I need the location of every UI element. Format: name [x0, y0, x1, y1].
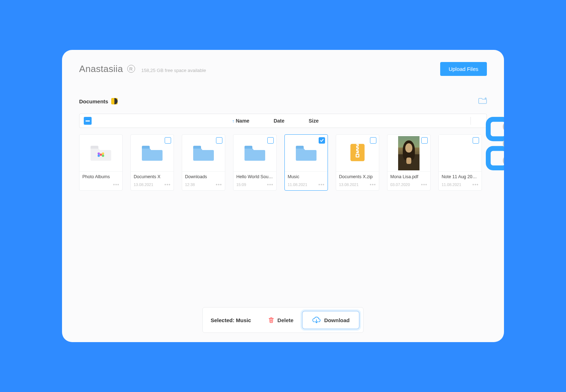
file-preview: [79, 135, 122, 172]
documents-logo-icon: [111, 98, 118, 104]
breadcrumb-row: Documents: [79, 97, 487, 106]
registered-badge-icon: R: [127, 65, 135, 73]
file-meta: •••: [82, 182, 119, 187]
sort-bar: ↑Name Date Size: [79, 114, 487, 128]
trash-icon: [268, 317, 274, 323]
file-meta: 13.08.2021•••: [339, 182, 376, 187]
file-tile[interactable]: Hello World Sour…15:09•••: [233, 134, 277, 191]
file-name: Downloads: [185, 174, 222, 179]
file-tile[interactable]: Music11.08.2021•••: [284, 134, 328, 191]
download-button[interactable]: Download: [302, 311, 360, 329]
selection-label: Selected: Music: [211, 317, 251, 323]
file-body: Documents X13.08.2021•••: [131, 172, 174, 190]
breadcrumb-label: Documents: [79, 98, 108, 104]
file-tile[interactable]: Downloads12:38•••: [182, 134, 225, 191]
file-preview: [233, 135, 276, 172]
select-checkbox[interactable]: [267, 137, 274, 144]
more-options-button[interactable]: •••: [216, 182, 222, 187]
grid-view-button[interactable]: [459, 117, 467, 125]
upload-files-button[interactable]: Upload Files: [440, 62, 487, 76]
file-date: 13.08.2021: [134, 182, 153, 187]
file-date: 15:09: [236, 182, 246, 187]
cloud-download-icon: [312, 316, 321, 324]
select-checkbox[interactable]: [370, 137, 376, 144]
device-name: Anastasiia R: [79, 63, 135, 74]
sort-by-size[interactable]: Size: [309, 118, 319, 124]
select-checkbox[interactable]: [421, 137, 428, 144]
new-folder-icon: [478, 97, 487, 104]
file-name: Documents X.zip: [339, 174, 376, 179]
file-meta: 15:09•••: [236, 182, 273, 187]
file-name: Music: [288, 174, 325, 179]
file-date: 03.07.2020: [390, 182, 410, 187]
more-options-button[interactable]: •••: [472, 182, 479, 187]
file-preview: [439, 135, 482, 172]
file-preview: [285, 135, 328, 172]
file-preview: [182, 135, 225, 172]
new-folder-button[interactable]: [478, 97, 487, 106]
file-meta: 13.08.2021•••: [134, 182, 171, 187]
more-options-button[interactable]: •••: [113, 182, 119, 187]
more-options-button[interactable]: •••: [370, 182, 376, 187]
file-meta: 11.08.2021•••: [442, 182, 479, 187]
file-name: Hello World Sour…: [236, 174, 273, 179]
select-checkbox[interactable]: [473, 137, 479, 144]
file-tile[interactable]: Photo Albums•••: [79, 134, 123, 191]
select-checkbox[interactable]: [165, 137, 171, 144]
file-grid: Photo Albums•••Documents X13.08.2021•••D…: [79, 134, 487, 191]
file-body: Documents X.zip13.08.2021•••: [336, 172, 379, 190]
file-date: 13.08.2021: [339, 182, 359, 187]
file-tile[interactable]: Documents X.zip13.08.2021•••: [336, 134, 379, 191]
sort-ascending-icon: ↑: [232, 118, 235, 124]
more-options-button[interactable]: •••: [318, 182, 325, 187]
select-checkbox[interactable]: [319, 137, 325, 144]
header-left: Anastasiia R 158,25 GB free space availa…: [79, 63, 206, 74]
separator: [470, 117, 471, 125]
file-tile[interactable]: Mona Lisa.pdf03.07.2020•••: [387, 134, 431, 191]
file-date: 11.08.2021: [288, 182, 307, 187]
app-window: Anastasiia R 158,25 GB free space availa…: [62, 50, 504, 342]
file-date: 11.08.2021: [442, 182, 461, 187]
select-checkbox[interactable]: [216, 137, 222, 144]
header: Anastasiia R 158,25 GB free space availa…: [79, 62, 487, 76]
file-meta: 11.08.2021•••: [288, 182, 325, 187]
file-meta: 12:38•••: [185, 182, 222, 187]
file-body: Hello World Sour…15:09•••: [233, 172, 276, 190]
delete-button[interactable]: Delete: [265, 314, 296, 326]
view-switcher: [459, 117, 482, 125]
file-body: Mona Lisa.pdf03.07.2020•••: [387, 172, 430, 190]
sort-by-name[interactable]: ↑Name: [232, 118, 249, 124]
file-tile[interactable]: Note 11 Aug 202…11.08.2021•••: [438, 134, 482, 191]
more-options-button[interactable]: •••: [267, 182, 273, 187]
file-body: Downloads12:38•••: [182, 172, 225, 190]
file-preview: [336, 135, 379, 172]
file-name: Photo Albums: [82, 174, 119, 179]
list-view-button[interactable]: [474, 117, 482, 125]
breadcrumb[interactable]: Documents: [79, 98, 118, 104]
selection-action-bar: Selected: Music Delete Download: [202, 307, 364, 333]
file-meta: 03.07.2020•••: [390, 182, 427, 187]
file-name: Note 11 Aug 202…: [442, 174, 479, 179]
file-preview: [131, 135, 174, 172]
free-space-label: 158,25 GB free space available: [142, 68, 206, 73]
file-name: Mona Lisa.pdf: [390, 174, 427, 179]
file-tile[interactable]: Documents X13.08.2021•••: [130, 134, 174, 191]
sort-by-date[interactable]: Date: [274, 118, 284, 124]
file-preview: [387, 135, 430, 172]
file-body: Music11.08.2021•••: [285, 172, 328, 190]
file-date: 12:38: [185, 182, 195, 187]
file-name: Documents X: [134, 174, 171, 179]
more-options-button[interactable]: •••: [421, 182, 427, 187]
more-options-button[interactable]: •••: [164, 182, 171, 187]
select-all-checkbox[interactable]: [84, 117, 92, 125]
device-name-text: Anastasiia: [79, 63, 123, 74]
file-body: Photo Albums•••: [79, 172, 122, 190]
file-body: Note 11 Aug 202…11.08.2021•••: [439, 172, 482, 190]
